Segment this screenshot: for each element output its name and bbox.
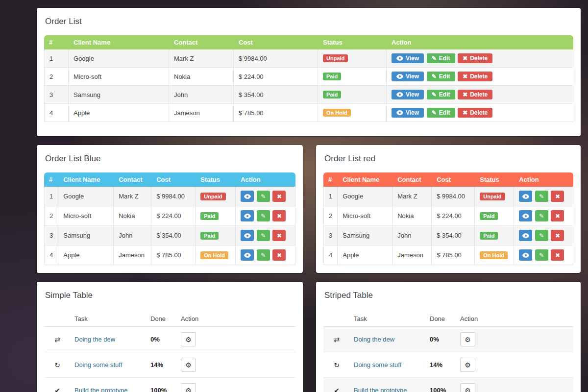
- contact-name: Jameson: [169, 104, 234, 122]
- table-row: ⇄ Doing the dew 0% ⚙: [44, 327, 295, 352]
- check-icon: ✔: [334, 387, 340, 392]
- task-link[interactable]: Build the prototype: [354, 387, 407, 392]
- col-client: Client Name: [69, 35, 169, 49]
- edit-button[interactable]: ✎: [257, 230, 270, 241]
- settings-button[interactable]: ⚙: [460, 383, 475, 392]
- view-button[interactable]: View: [392, 90, 424, 99]
- contact-name: Nokia: [169, 68, 234, 86]
- table-row: 1 Google Mark Z $ 9984.00 Unpaid ✎: [44, 187, 295, 206]
- dashboard-page: Order List # Client Name Contact Cost St…: [0, 0, 588, 392]
- delete-button[interactable]: ✖: [551, 249, 564, 261]
- delete-button[interactable]: ✖: [272, 249, 286, 261]
- edit-button[interactable]: ✎: [257, 210, 270, 221]
- page-title: Simple Table: [45, 291, 295, 300]
- delete-button[interactable]: ✖ Delete: [458, 90, 492, 99]
- col-client: Client Name: [338, 172, 392, 187]
- task-link[interactable]: Doing some stuff: [354, 361, 401, 368]
- edit-button[interactable]: ✎: [257, 191, 270, 202]
- delete-button[interactable]: ✖: [551, 230, 564, 241]
- view-button[interactable]: View: [392, 108, 424, 118]
- edit-button[interactable]: ✎: [535, 230, 548, 241]
- cost-value: $ 9984.00: [432, 187, 475, 206]
- delete-button[interactable]: ✖: [272, 230, 286, 241]
- view-button[interactable]: [519, 210, 532, 221]
- edit-button[interactable]: ✎: [535, 210, 548, 221]
- settings-button[interactable]: ⚙: [460, 332, 475, 346]
- edit-button[interactable]: ✎ Edit: [427, 108, 455, 118]
- task-link[interactable]: Doing the dew: [74, 336, 115, 343]
- done-percent: 100%: [147, 378, 177, 392]
- settings-button[interactable]: ⚙: [181, 358, 196, 372]
- delete-button[interactable]: ✖: [272, 191, 286, 202]
- contact-name: Jameson: [114, 245, 151, 265]
- delete-button[interactable]: ✖ Delete: [458, 72, 492, 81]
- row-number: 4: [44, 104, 69, 122]
- status-badge: On Hold: [480, 251, 508, 259]
- done-percent: 100%: [426, 378, 456, 392]
- edit-button[interactable]: ✎ Edit: [427, 90, 455, 99]
- delete-button[interactable]: ✖ Delete: [458, 108, 492, 118]
- simple-table-panel: Simple Table Task Done Action ⇄ Doing th…: [37, 282, 303, 392]
- settings-button[interactable]: ⚙: [181, 332, 196, 346]
- settings-button[interactable]: ⚙: [181, 383, 196, 392]
- task-link[interactable]: Build the prototype: [74, 387, 127, 392]
- col-action: Action: [177, 312, 295, 327]
- pencil-icon: ✎: [432, 110, 437, 116]
- delete-button[interactable]: ✖ Delete: [458, 53, 492, 63]
- col-contact: Contact: [392, 172, 432, 187]
- table-row: 4 Apple Jameson $ 785.00 On Hold ✎: [323, 245, 573, 265]
- task-link[interactable]: Doing the dew: [354, 336, 394, 343]
- x-icon: ✖: [463, 55, 467, 61]
- edit-button[interactable]: ✎: [535, 249, 548, 261]
- view-button[interactable]: [519, 230, 532, 241]
- view-button[interactable]: [241, 249, 254, 261]
- table-row: ↻ Doing some stuff 14% ⚙: [323, 352, 573, 378]
- cost-value: $ 354.00: [151, 226, 196, 245]
- col-status: Status: [318, 35, 387, 49]
- col-action: Action: [236, 172, 295, 187]
- settings-button[interactable]: ⚙: [460, 358, 475, 372]
- delete-button[interactable]: ✖: [551, 210, 564, 221]
- table-row: 2 Micro-soft Nokia $ 224.00 Paid ✎: [44, 206, 295, 226]
- eye-icon: [244, 253, 251, 258]
- view-button[interactable]: View: [392, 72, 424, 81]
- eye-icon: [396, 74, 403, 79]
- edit-button[interactable]: ✎: [257, 249, 270, 261]
- table-row: 1 Google Mark Z $ 9984.00 Unpaid View ✎: [44, 49, 573, 68]
- edit-button[interactable]: ✎: [535, 191, 548, 202]
- view-button[interactable]: [241, 191, 254, 202]
- eye-icon: [396, 56, 403, 61]
- eye-icon: [396, 110, 403, 115]
- task-link[interactable]: Doing some stuff: [74, 361, 122, 368]
- view-button[interactable]: [241, 210, 254, 221]
- order-list-red-panel: Order List red # Client Name Contact Cos…: [316, 145, 581, 273]
- cost-value: $ 785.00: [151, 245, 196, 265]
- edit-button[interactable]: ✎ Edit: [427, 72, 455, 81]
- view-button[interactable]: [519, 249, 532, 261]
- gear-icon: ⚙: [465, 336, 471, 343]
- contact-name: Mark Z: [114, 187, 151, 206]
- view-button[interactable]: View: [392, 53, 424, 63]
- cost-value: $ 785.00: [234, 104, 318, 122]
- delete-button[interactable]: ✖: [551, 191, 564, 202]
- contact-name: Jameson: [392, 245, 432, 265]
- col-status: Status: [475, 172, 514, 187]
- row-number: 1: [44, 49, 69, 68]
- pencil-icon: ✎: [261, 252, 266, 258]
- status-badge: Unpaid: [323, 54, 348, 62]
- view-button[interactable]: [519, 191, 532, 202]
- table-row: 3 Samsung John $ 354.00 Paid ✎: [323, 226, 573, 245]
- contact-name: Nokia: [392, 206, 432, 226]
- cost-value: $ 354.00: [234, 86, 318, 104]
- edit-button[interactable]: ✎ Edit: [427, 53, 455, 63]
- eye-icon: [522, 194, 529, 199]
- table-row: 4 Apple Jameson $ 785.00 On Hold ✎: [44, 245, 295, 265]
- col-done: Done: [147, 312, 177, 327]
- delete-button[interactable]: ✖: [272, 210, 286, 221]
- col-task: Task: [71, 312, 147, 327]
- eye-icon: [244, 214, 251, 219]
- row-number: 3: [323, 226, 338, 245]
- pencil-icon: ✎: [432, 92, 437, 98]
- eye-icon: [522, 233, 529, 238]
- view-button[interactable]: [241, 230, 254, 241]
